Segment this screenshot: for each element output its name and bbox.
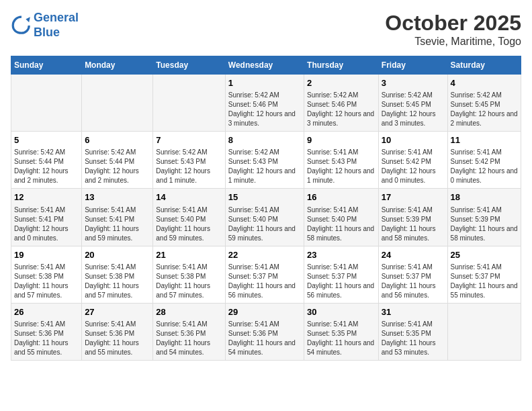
day-info: Sunset: 5:35 PM [307,329,375,338]
day-number: 27 [85,306,150,318]
day-info: Daylight: 12 hours and 2 minutes. [451,109,518,128]
calendar-cell: 24Sunrise: 5:41 AMSunset: 5:37 PMDayligh… [378,246,447,303]
day-info: Sunrise: 5:42 AM [382,91,445,100]
day-info: Sunset: 5:36 PM [14,329,79,338]
calendar-week-row: 19Sunrise: 5:41 AMSunset: 5:38 PMDayligh… [11,246,521,303]
day-info: Sunset: 5:37 PM [382,272,445,281]
day-info: Daylight: 11 hours and 54 minutes. [228,338,301,357]
day-info: Sunset: 5:38 PM [85,272,150,281]
calendar-week-row: 1Sunrise: 5:42 AMSunset: 5:46 PMDaylight… [11,75,521,132]
calendar-subtitle: Tsevie, Maritime, Togo [385,36,521,48]
day-info: Daylight: 12 hours and 3 minutes. [382,109,445,128]
day-number: 3 [382,77,445,89]
day-info: Daylight: 12 hours and 0 minutes. [382,167,445,185]
day-info: Daylight: 12 hours and 3 minutes. [307,109,375,128]
day-info: Sunrise: 5:42 AM [14,148,79,157]
day-number: 4 [451,77,518,89]
day-of-week-header: Wednesday [225,56,304,75]
day-number: 2 [307,77,375,89]
day-info: Daylight: 11 hours and 57 minutes. [14,281,79,300]
day-info: Sunrise: 5:41 AM [228,263,301,272]
calendar-cell: 4Sunrise: 5:42 AMSunset: 5:45 PMDaylight… [447,75,521,132]
page-header: General Blue October 2025 Tsevie, Mariti… [11,11,521,48]
day-info: Sunset: 5:40 PM [156,215,222,224]
day-info: Sunset: 5:42 PM [382,157,445,167]
day-info: Sunrise: 5:42 AM [307,91,375,100]
calendar-title: October 2025 [385,11,521,36]
calendar-cell: 31Sunrise: 5:41 AMSunset: 5:35 PMDayligh… [378,303,447,360]
day-number: 5 [14,134,79,146]
day-info: Sunset: 5:39 PM [451,215,518,224]
day-of-week-header: Sunday [11,56,82,75]
calendar-cell: 19Sunrise: 5:41 AMSunset: 5:38 PMDayligh… [11,246,82,303]
day-info: Sunset: 5:46 PM [228,100,301,109]
day-info: Sunrise: 5:42 AM [156,148,222,157]
day-info: Sunset: 5:44 PM [85,157,150,167]
day-info: Sunset: 5:37 PM [228,272,301,281]
calendar-cell: 9Sunrise: 5:41 AMSunset: 5:43 PMDaylight… [304,132,379,189]
day-info: Daylight: 11 hours and 56 minutes. [307,281,375,300]
day-info: Daylight: 11 hours and 59 minutes. [228,224,301,243]
day-info: Sunrise: 5:41 AM [156,205,222,215]
calendar-cell: 18Sunrise: 5:41 AMSunset: 5:39 PMDayligh… [447,189,521,246]
day-number: 30 [307,306,375,318]
day-info: Sunrise: 5:41 AM [307,263,375,272]
calendar-cell: 25Sunrise: 5:41 AMSunset: 5:37 PMDayligh… [447,246,521,303]
day-info: Sunrise: 5:42 AM [228,91,301,100]
day-info: Sunrise: 5:42 AM [451,91,518,100]
day-info: Sunset: 5:36 PM [156,329,222,338]
calendar-body: 1Sunrise: 5:42 AMSunset: 5:46 PMDaylight… [11,75,521,361]
day-info: Daylight: 12 hours and 1 minute. [156,167,222,185]
calendar-cell: 1Sunrise: 5:42 AMSunset: 5:46 PMDaylight… [225,75,304,132]
day-info: Daylight: 11 hours and 58 minutes. [307,224,375,243]
calendar-cell: 23Sunrise: 5:41 AMSunset: 5:37 PMDayligh… [304,246,379,303]
day-info: Daylight: 12 hours and 2 minutes. [85,167,150,185]
day-info: Daylight: 11 hours and 58 minutes. [382,224,445,243]
day-number: 11 [451,134,518,146]
calendar-cell: 20Sunrise: 5:41 AMSunset: 5:38 PMDayligh… [82,246,153,303]
day-info: Sunset: 5:41 PM [14,215,79,224]
day-info: Daylight: 11 hours and 56 minutes. [382,281,445,300]
day-number: 19 [14,249,79,261]
calendar-cell: 29Sunrise: 5:41 AMSunset: 5:36 PMDayligh… [225,303,304,360]
day-number: 24 [382,249,445,261]
day-info: Sunrise: 5:42 AM [85,148,150,157]
day-info: Sunrise: 5:41 AM [307,148,375,157]
day-number: 15 [228,191,301,203]
calendar-cell: 6Sunrise: 5:42 AMSunset: 5:44 PMDaylight… [82,132,153,189]
day-info: Sunrise: 5:41 AM [85,205,150,215]
calendar-cell: 15Sunrise: 5:41 AMSunset: 5:40 PMDayligh… [225,189,304,246]
calendar-cell: 8Sunrise: 5:42 AMSunset: 5:43 PMDaylight… [225,132,304,189]
calendar-week-row: 12Sunrise: 5:41 AMSunset: 5:41 PMDayligh… [11,189,521,246]
day-number: 17 [382,191,445,203]
calendar-cell: 14Sunrise: 5:41 AMSunset: 5:40 PMDayligh… [153,189,225,246]
calendar-cell [82,75,153,132]
day-number: 26 [14,306,79,318]
day-info: Sunrise: 5:41 AM [156,263,222,272]
day-number: 7 [156,134,222,146]
day-info: Sunset: 5:40 PM [228,215,301,224]
day-info: Daylight: 12 hours and 0 minutes. [14,224,79,243]
day-number: 12 [14,191,79,203]
day-number: 20 [85,249,150,261]
calendar-cell: 10Sunrise: 5:41 AMSunset: 5:42 PMDayligh… [378,132,447,189]
day-number: 22 [228,249,301,261]
days-of-week-row: SundayMondayTuesdayWednesdayThursdayFrid… [11,56,521,75]
day-info: Sunrise: 5:41 AM [85,263,150,272]
calendar-cell [11,75,82,132]
calendar-cell: 30Sunrise: 5:41 AMSunset: 5:35 PMDayligh… [304,303,379,360]
day-info: Sunrise: 5:41 AM [14,320,79,329]
day-info: Daylight: 12 hours and 2 minutes. [14,167,79,185]
day-info: Sunrise: 5:41 AM [14,205,79,215]
day-info: Daylight: 11 hours and 57 minutes. [156,281,222,300]
day-info: Daylight: 11 hours and 57 minutes. [85,281,150,300]
day-info: Sunrise: 5:41 AM [156,320,222,329]
calendar-cell: 3Sunrise: 5:42 AMSunset: 5:45 PMDaylight… [378,75,447,132]
day-info: Sunset: 5:37 PM [451,272,518,281]
day-info: Daylight: 11 hours and 58 minutes. [451,224,518,243]
day-info: Sunset: 5:42 PM [451,157,518,167]
day-info: Sunset: 5:38 PM [156,272,222,281]
title-block: October 2025 Tsevie, Maritime, Togo [385,11,521,48]
day-info: Sunrise: 5:41 AM [228,320,301,329]
day-info: Sunrise: 5:41 AM [85,320,150,329]
